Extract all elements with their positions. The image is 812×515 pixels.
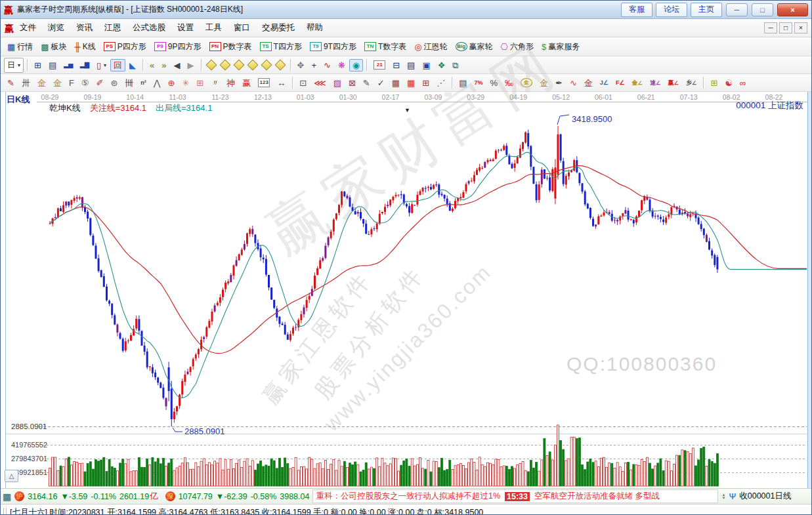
menu-trade[interactable]: 交易委托 xyxy=(256,20,301,36)
net-sync-button[interactable]: ❖ xyxy=(435,59,449,72)
period-selector[interactable]: 日▾ xyxy=(4,58,24,73)
window-layout-button[interactable]: ⊞ xyxy=(31,59,45,72)
grid-comb-button[interactable]: 卅 xyxy=(18,77,33,89)
hatch-lines-button[interactable]: ⋰ xyxy=(433,77,448,89)
star-burst-button[interactable]: ✳ xyxy=(179,77,192,89)
f-angle-button[interactable]: F∠ xyxy=(612,78,628,88)
hexagon-button[interactable]: ⎔六角形 xyxy=(498,39,537,54)
small-chart-button[interactable]: ▂▅ xyxy=(60,60,76,70)
grid-target-button[interactable]: ⊞ xyxy=(193,77,207,89)
color-peaks-button[interactable]: ◣ xyxy=(126,59,139,72)
fan-box-button[interactable]: ▨ xyxy=(330,77,345,89)
n-squared-button[interactable]: n² xyxy=(137,78,150,88)
nav-first-button[interactable]: « xyxy=(146,59,158,72)
compress-right-button[interactable] xyxy=(219,60,230,71)
infinity-button[interactable]: ∞ xyxy=(737,77,749,89)
grid-dense-button[interactable]: ▦ xyxy=(389,77,403,89)
child-restore-button[interactable]: □ xyxy=(779,22,792,33)
gold-grid-button[interactable]: 金 xyxy=(34,77,49,89)
restore-button[interactable]: □ xyxy=(752,3,773,16)
hand-tool-button[interactable]: ✥ xyxy=(294,59,308,72)
grid-frame-button[interactable]: ⊞ xyxy=(419,77,433,89)
fan-lines-button[interactable]: ⋘ xyxy=(310,77,330,89)
save-button[interactable]: ▣ xyxy=(419,59,433,72)
comb-dense-button[interactable]: 卌 xyxy=(121,77,137,89)
gann-compass-button[interactable]: ⊕ xyxy=(165,77,179,89)
customer-service-button[interactable]: 客服 xyxy=(621,3,652,17)
spiral-tool-button[interactable]: ⑤ xyxy=(78,77,93,89)
notebook-button[interactable]: ▤ xyxy=(404,59,418,72)
kline-button[interactable]: ╫K线 xyxy=(72,39,99,54)
menu-browse[interactable]: 浏览 xyxy=(42,20,70,36)
gold-lines2-button[interactable]: 金 xyxy=(536,77,551,89)
kline-chart[interactable]: 08-2909-1910-1411-0311-2312-1301-0301-30… xyxy=(1,92,812,488)
child-minimize-button[interactable]: ─ xyxy=(764,22,777,33)
color-grid-button[interactable]: ⊞ xyxy=(707,77,721,89)
quotes-button[interactable]: ▦行情 xyxy=(4,39,36,54)
menu-help[interactable]: 帮助 xyxy=(301,20,329,36)
info-panel-button[interactable]: ▤ xyxy=(45,59,60,72)
shen-tool-button[interactable]: 神 xyxy=(223,77,238,89)
f-tool-button[interactable]: F xyxy=(66,77,77,89)
sectors-button[interactable]: ▩板块 xyxy=(37,39,70,54)
ying-tool-button[interactable]: 赢 xyxy=(239,77,254,89)
expand-all-button[interactable] xyxy=(274,60,286,71)
menu-tools[interactable]: 工具 xyxy=(200,20,228,36)
chart-dropdown-icon[interactable]: ▼ xyxy=(404,107,410,113)
gold-angle-button[interactable]: 金∠ xyxy=(628,78,646,88)
candle-style-button[interactable]: ▯▾ xyxy=(93,59,110,72)
minimize-button[interactable]: ─ xyxy=(726,3,748,16)
figure-frame-button[interactable]: 回 xyxy=(110,59,125,72)
news-headline-2[interactable]: 空军航空开放活动准备就绪 多型战 xyxy=(534,491,660,502)
compress-all-button[interactable] xyxy=(261,60,272,71)
percent-lines-button[interactable]: ‰ xyxy=(502,77,517,89)
angle-lines-button[interactable]: ⋀ xyxy=(150,77,164,89)
news-scroll-down-icon[interactable]: ▼ xyxy=(721,497,725,500)
brush-tool-button[interactable]: ✐ xyxy=(93,77,107,89)
winner-service-button[interactable]: $赢家服务 xyxy=(538,39,583,54)
forum-button[interactable]: 论坛 xyxy=(656,3,687,17)
volume-pane-toggle-button[interactable]: △ xyxy=(5,470,18,482)
gold-circle-button[interactable]: 金 xyxy=(517,76,536,89)
gann-wheel-button[interactable]: ◎江恩轮 xyxy=(411,39,450,54)
calendar-button[interactable]: 21 xyxy=(370,58,389,72)
menu-gann[interactable]: 江恩 xyxy=(98,20,127,36)
menu-formula-picker[interactable]: 公式选股 xyxy=(127,20,171,36)
compress-left-button[interactable] xyxy=(205,60,217,71)
yin-yang-button[interactable]: ☯ xyxy=(721,77,736,89)
calculator-button[interactable]: ⊟ xyxy=(389,59,403,72)
news-headline-1[interactable]: 重科：公司控股股东之一致行动人拟减持不超过1% xyxy=(316,491,500,502)
gann-flower-button[interactable]: ❋ xyxy=(335,59,349,72)
nav-last-button[interactable]: » xyxy=(158,59,169,72)
compress-width-button[interactable] xyxy=(233,60,244,71)
news-scroll-buttons[interactable]: ▲ ▼ xyxy=(721,493,725,500)
gold-tool-button[interactable]: 金 xyxy=(50,77,65,89)
nav-next-button[interactable]: ▶ xyxy=(184,59,198,72)
p9-square-button[interactable]: P99P四方形 xyxy=(151,39,205,54)
curve-tool-button[interactable]: ∿ xyxy=(320,59,334,72)
wave-a-button[interactable]: ∿ xyxy=(566,77,580,89)
speed-angle-button[interactable]: 速∠ xyxy=(647,78,664,88)
menu-file[interactable]: 文件 xyxy=(14,20,42,36)
news-ticker[interactable]: 重科：公司控股股东之一致行动人拟减持不超过1% 15:33 空军航空开放活动准备… xyxy=(312,489,718,503)
list-table-button[interactable]: ▤ xyxy=(456,77,470,89)
child-close-button[interactable]: × xyxy=(794,22,807,33)
ruler-123-button[interactable]: 123 xyxy=(255,76,273,89)
xiang-angle-button[interactable]: 乡∠ xyxy=(683,78,700,88)
draw-pen-button[interactable]: ✎ xyxy=(4,77,18,89)
square-frame-button[interactable]: ⊡ xyxy=(296,77,310,89)
circle-lines-button[interactable]: ⊜ xyxy=(107,77,121,89)
cycle-tool-button[interactable]: ◉ xyxy=(349,59,363,72)
grid-red-button[interactable]: ▦ xyxy=(404,77,418,89)
big-chart-button[interactable]: ▂▇ xyxy=(77,60,93,70)
menu-settings[interactable]: 设置 xyxy=(171,20,200,36)
width-arrow-button[interactable]: ↔ xyxy=(274,77,289,89)
seven-percent-button[interactable]: 7% xyxy=(471,78,486,88)
net-box-button[interactable]: ⊠ xyxy=(345,77,359,89)
t9-square-button[interactable]: T99T四方形 xyxy=(307,39,360,54)
pen-line-button[interactable]: ✎ xyxy=(360,77,374,89)
j-angle-button[interactable]: J∠ xyxy=(597,78,612,88)
close-button[interactable]: × xyxy=(777,3,808,16)
p-square-button[interactable]: PSP四方形 xyxy=(100,39,150,54)
homepage-button[interactable]: 主页 xyxy=(691,3,722,17)
